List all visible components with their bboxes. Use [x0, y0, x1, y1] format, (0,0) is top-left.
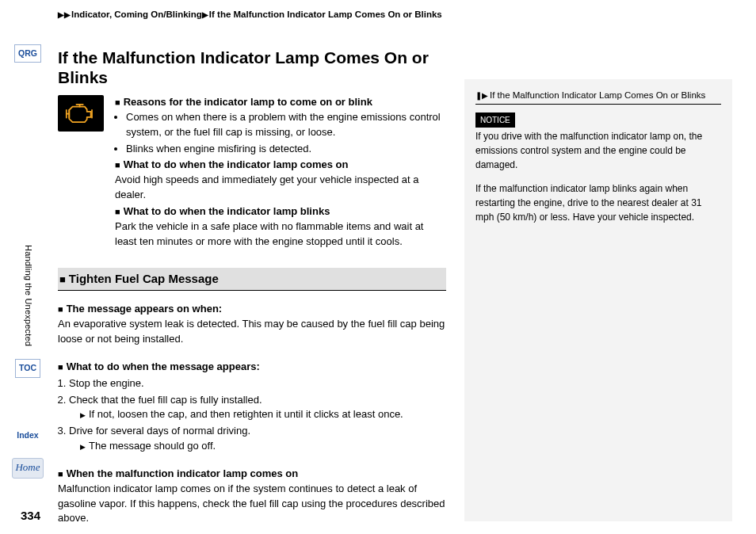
what-to-do-header: What to do when the message appears: — [58, 360, 446, 375]
list-item: Blinks when engine misfiring is detected… — [126, 142, 446, 157]
side-arrow-icon: ❚▶ — [475, 91, 488, 100]
nav-qrg-button[interactable]: QRG — [14, 44, 41, 63]
step-item: Stop the engine. — [69, 376, 446, 391]
blinks-text: Park the vehicle in a safe place with no… — [115, 219, 446, 250]
step-sub: If not, loosen the cap, and then retight… — [69, 407, 446, 422]
when-lamp-comeson-header: When the malfunction indicator lamp come… — [58, 467, 446, 482]
step-item: Check that the fuel fill cap is fully in… — [69, 393, 446, 423]
blinks-header: What to do when the indicator lamp blink… — [115, 204, 446, 219]
main-content: Reasons for the indicator lamp to come o… — [58, 95, 446, 528]
breadcrumb-arrow-icon: ▶▶ — [58, 10, 71, 19]
step-text: Check that the fuel fill cap is fully in… — [69, 394, 262, 406]
nav-index-button[interactable]: Index — [13, 427, 41, 444]
message-appears-header: The message appears on when: — [58, 302, 446, 317]
side-paragraph: If the malfunction indicator lamp blinks… — [475, 181, 721, 224]
comeson-text: Avoid high speeds and immediately get yo… — [115, 173, 446, 203]
nav-home-button[interactable]: Home — [12, 458, 44, 479]
breadcrumb-seg2: If the Malfunction Indicator Lamp Comes … — [209, 10, 442, 19]
list-item: Comes on when there is a problem with th… — [126, 110, 446, 140]
check-engine-icon — [58, 95, 104, 132]
breadcrumb-seg1: Indicator, Coming On/Blinking — [71, 10, 202, 19]
notice-badge: NOTICE — [475, 113, 515, 128]
section-bar-label: Tighten Fuel Cap Message — [69, 272, 219, 285]
breadcrumb: ▶▶Indicator, Coming On/Blinking▶If the M… — [58, 8, 442, 21]
nav-toc-button[interactable]: TOC — [15, 359, 40, 377]
side-title-text: If the Malfunction Indicator Lamp Comes … — [490, 90, 705, 100]
message-appears-text: An evaporative system leak is detected. … — [58, 317, 446, 347]
page-title: If the Malfunction Indicator Lamp Comes … — [58, 48, 446, 87]
tighten-fuel-cap-heading: ■Tighten Fuel Cap Message — [58, 268, 446, 291]
steps-list: Stop the engine. Check that the fuel fil… — [58, 376, 446, 454]
step-item: Drive for several days of normal driving… — [69, 424, 446, 454]
comeson-header: What to do when the indicator lamp comes… — [115, 158, 446, 173]
step-sub: The message should go off. — [69, 439, 446, 454]
step-text: Drive for several days of normal driving… — [69, 425, 250, 437]
when-lamp-comeson-text: Malfunction indicator lamp comes on if t… — [58, 482, 446, 527]
side-title: ❚▶If the Malfunction Indicator Lamp Come… — [475, 89, 721, 105]
page-number: 334 — [21, 507, 40, 524]
breadcrumb-arrow-icon: ▶ — [202, 10, 208, 19]
reasons-list: Comes on when there is a problem with th… — [115, 110, 446, 157]
chapter-label: Handling the Unexpected — [21, 245, 34, 346]
side-note: ❚▶If the Malfunction Indicator Lamp Come… — [464, 79, 732, 521]
side-paragraph: If you drive with the malfunction indica… — [475, 129, 721, 172]
reasons-header: Reasons for the indicator lamp to come o… — [115, 95, 446, 110]
step-text: Stop the engine. — [69, 377, 144, 389]
nav-column: QRG Handling the Unexpected TOC Index Ho… — [12, 44, 44, 479]
